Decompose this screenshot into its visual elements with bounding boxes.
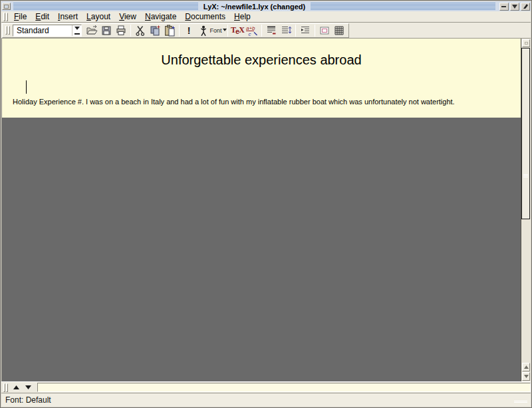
- down-triangle-icon: [25, 385, 31, 389]
- menu-items: FileEditInsertLayoutViewNavigateDocument…: [11, 11, 256, 22]
- minibuffer-input[interactable]: [37, 383, 531, 392]
- scroll-up-icon: [524, 365, 529, 369]
- main-area: Unforgettable experiences abroad Holiday…: [1, 39, 531, 381]
- maximize-icon: [512, 4, 518, 9]
- window-menu-icon: [4, 5, 9, 9]
- figure-button[interactable]: [317, 24, 332, 37]
- toolbar-frame: Standard !FontTeXa+bc: [2, 23, 349, 38]
- menubar-grip[interactable]: [3, 13, 9, 21]
- paragraph-style-value: Standard: [13, 26, 72, 35]
- statusbar-text: Font: Default: [5, 395, 51, 405]
- lyx-window: LyX: ~/newfile1.lyx (changed) FileEditIn…: [0, 0, 532, 408]
- scrollbar-top-button[interactable]: [522, 39, 530, 47]
- table-icon: [333, 25, 345, 37]
- text-cursor: [26, 80, 27, 94]
- emphasis-icon: !: [188, 25, 191, 36]
- window-controls: [498, 3, 530, 11]
- margin-note-icon: [280, 25, 292, 37]
- titlebar-stripes-right: [311, 3, 495, 10]
- copy-icon: [149, 25, 161, 37]
- menu-documents[interactable]: Documents: [182, 11, 229, 22]
- menu-view[interactable]: View: [116, 11, 140, 22]
- menu-file[interactable]: File: [11, 11, 30, 22]
- open-button[interactable]: [84, 24, 99, 37]
- toolbar-separator: [261, 25, 262, 37]
- tex-icon: TeX: [231, 25, 244, 35]
- titlebar-stripes-left: [13, 3, 198, 10]
- tex-button[interactable]: TeX: [230, 24, 245, 37]
- scrollbar-top-icon: [525, 42, 528, 45]
- paste-icon: [164, 25, 176, 37]
- minimize-button[interactable]: [499, 3, 509, 11]
- up-triangle-icon: [13, 385, 19, 389]
- math-icon: a+bc: [245, 25, 259, 37]
- toolbar-grip[interactable]: [5, 26, 11, 35]
- svg-text:a+b: a+b: [246, 25, 255, 31]
- print-button[interactable]: [114, 24, 128, 37]
- window-menu-button[interactable]: [2, 3, 11, 10]
- paragraph-style-combo[interactable]: Standard: [13, 25, 82, 37]
- scroll-down-button[interactable]: [522, 372, 530, 381]
- menu-edit[interactable]: Edit: [32, 11, 53, 22]
- noun-button[interactable]: [196, 24, 211, 37]
- toolbar-separator: [295, 25, 296, 37]
- toolbar-buttons: !FontTeXa+bc: [84, 24, 346, 37]
- depth-icon: [299, 25, 311, 37]
- document-page[interactable]: Unforgettable experiences abroad Holiday…: [2, 39, 521, 118]
- save-button[interactable]: [99, 24, 114, 37]
- menu-insert[interactable]: Insert: [55, 11, 81, 22]
- resize-grip[interactable]: [514, 401, 527, 403]
- minimize-icon: [501, 4, 507, 9]
- maximize-button[interactable]: [510, 3, 519, 11]
- print-icon: [115, 25, 127, 37]
- footnote-icon: [265, 25, 277, 37]
- toolbar: Standard !FontTeXa+bc: [1, 23, 531, 39]
- emphasis-button[interactable]: !: [182, 24, 196, 37]
- window-title: LyX: ~/newfile1.lyx (changed): [200, 3, 309, 11]
- minibuffer-row: [1, 381, 531, 393]
- free-font-button[interactable]: Font: [211, 24, 225, 37]
- document-title[interactable]: Unforgettable experiences abroad: [2, 52, 521, 68]
- combo-dropdown-arrow-icon[interactable]: [72, 25, 81, 36]
- close-button[interactable]: [521, 3, 530, 11]
- toolbar-separator: [130, 25, 131, 37]
- toolbar-separator: [227, 25, 228, 37]
- save-icon: [100, 25, 112, 37]
- menu-layout[interactable]: Layout: [83, 11, 114, 22]
- minibuffer-down-button[interactable]: [23, 383, 33, 392]
- document-canvas[interactable]: Unforgettable experiences abroad Holiday…: [1, 39, 521, 381]
- toolbar-separator: [315, 25, 315, 37]
- paste-button[interactable]: [162, 24, 177, 37]
- cut-button[interactable]: [133, 24, 148, 37]
- open-icon: [86, 25, 98, 37]
- close-icon: [523, 3, 529, 9]
- scrollbar-thumb[interactable]: [521, 48, 530, 219]
- table-button[interactable]: [332, 24, 346, 37]
- copy-button[interactable]: [148, 24, 162, 37]
- math-button[interactable]: a+bc: [245, 24, 259, 37]
- depth-button[interactable]: [298, 24, 313, 37]
- menu-help[interactable]: Help: [231, 11, 254, 22]
- titlebar: LyX: ~/newfile1.lyx (changed): [1, 1, 531, 11]
- statusbar: Font: Default: [1, 393, 531, 407]
- scroll-up-button[interactable]: [522, 363, 530, 371]
- document-paragraph[interactable]: Holiday Experience #. I was on a beach i…: [13, 97, 513, 106]
- menubar: FileEditInsertLayoutViewNavigateDocument…: [1, 11, 531, 23]
- scrollbar-thumb-grip: [523, 174, 528, 178]
- minibuffer-grip[interactable]: [3, 383, 9, 392]
- scroll-down-icon: [524, 375, 529, 378]
- toolbar-separator: [179, 25, 180, 37]
- vertical-scrollbar[interactable]: [521, 39, 531, 381]
- menu-navigate[interactable]: Navigate: [142, 11, 180, 22]
- footnote-button[interactable]: [264, 24, 279, 37]
- cut-icon: [134, 25, 146, 37]
- free-font-icon: Font: [210, 27, 227, 34]
- figure-icon: [319, 25, 331, 37]
- margin-note-button[interactable]: [279, 24, 293, 37]
- svg-text:c: c: [249, 31, 251, 37]
- minibuffer-up-button[interactable]: [11, 383, 21, 392]
- noun-icon: [198, 25, 209, 37]
